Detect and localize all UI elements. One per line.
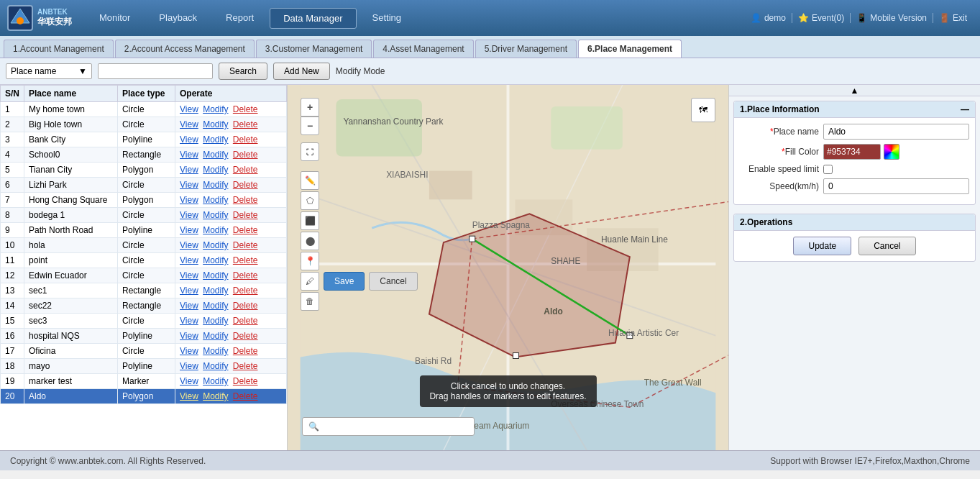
table-row[interactable]: 16 hospital NQS Polyline View Modify Del… xyxy=(1,329,287,344)
modify-link[interactable]: Modify xyxy=(203,331,228,341)
table-row[interactable]: 4 School0 Rectangle View Modify Delete xyxy=(1,147,287,163)
delete-link[interactable]: Delete xyxy=(233,346,258,356)
modify-link[interactable]: Modify xyxy=(203,119,228,129)
map-panel[interactable]: Yannanshan Country Park XIABAISHI Plazza… xyxy=(288,85,728,450)
table-row[interactable]: 20 Aldo Polygon View Modify Delete xyxy=(1,389,287,404)
modify-link[interactable]: Modify xyxy=(203,210,228,220)
delete-link[interactable]: Delete xyxy=(233,270,258,280)
search-button[interactable]: Search xyxy=(219,63,267,80)
tab-driver[interactable]: 5.Driver Management xyxy=(475,40,577,58)
view-link[interactable]: View xyxy=(180,134,198,145)
nav-setting[interactable]: Setting xyxy=(360,8,414,29)
exit-btn[interactable]: 🚪 Exit xyxy=(933,13,973,23)
mobile-version[interactable]: 📱 Mobile Version xyxy=(851,13,933,23)
nav-data-manager[interactable]: Data Manager xyxy=(270,8,356,29)
marker-tool[interactable]: 📍 xyxy=(301,252,319,270)
fullscreen-button[interactable]: ⛶ xyxy=(301,142,319,161)
view-link[interactable]: View xyxy=(180,286,198,296)
view-link[interactable]: View xyxy=(180,150,198,160)
modify-link[interactable]: Modify xyxy=(203,376,228,386)
modify-link[interactable]: Modify xyxy=(203,255,228,265)
view-link[interactable]: View xyxy=(180,391,198,401)
modify-link[interactable]: Modify xyxy=(203,316,228,326)
modify-link[interactable]: Modify xyxy=(203,240,228,250)
rectangle-tool[interactable]: ⬛ xyxy=(301,211,319,230)
delete-link[interactable]: Delete xyxy=(233,331,258,341)
delete-link[interactable]: Delete xyxy=(233,286,258,296)
modify-link[interactable]: Modify xyxy=(203,150,228,160)
color-picker-button[interactable] xyxy=(884,144,899,160)
filter-dropdown[interactable]: Place name ▼ xyxy=(6,63,92,79)
tab-account[interactable]: 1.Account Management xyxy=(4,40,114,58)
table-row[interactable]: 12 Edwin Ecuador Circle View Modify Dele… xyxy=(1,268,287,283)
table-row[interactable]: 8 bodega 1 Circle View Modify Delete xyxy=(1,208,287,223)
view-link[interactable]: View xyxy=(180,361,198,371)
section-collapse-icon[interactable]: — xyxy=(961,104,969,114)
nav-monitor[interactable]: Monitor xyxy=(86,8,143,29)
table-row[interactable]: 6 Lizhi Park Circle View Modify Delete xyxy=(1,178,287,193)
update-button[interactable]: Update xyxy=(793,237,851,255)
table-row[interactable]: 5 Tianan City Polygon View Modify Delete xyxy=(1,163,287,178)
modify-link[interactable]: Modify xyxy=(203,301,228,311)
scroll-up-button[interactable]: ▲ xyxy=(729,85,980,96)
view-link[interactable]: View xyxy=(180,270,198,280)
table-row[interactable]: 14 sec22 Rectangle View Modify Delete xyxy=(1,298,287,314)
delete-link[interactable]: Delete xyxy=(233,150,258,160)
edit-tool[interactable]: 🖊 xyxy=(301,272,319,291)
speed-limit-checkbox[interactable] xyxy=(823,165,833,174)
map-save-button[interactable]: Save xyxy=(324,272,365,291)
delete-link[interactable]: Delete xyxy=(233,119,258,129)
delete-link[interactable]: Delete xyxy=(233,361,258,371)
table-row[interactable]: 1 My home town Circle View Modify Delete xyxy=(1,102,287,117)
view-link[interactable]: View xyxy=(180,240,198,250)
modify-link[interactable]: Modify xyxy=(203,134,228,145)
view-link[interactable]: View xyxy=(180,104,198,114)
circle-tool[interactable]: ⬤ xyxy=(301,232,319,250)
zoom-out-button[interactable]: − xyxy=(301,117,319,135)
modify-link[interactable]: Modify xyxy=(203,225,228,235)
view-link[interactable]: View xyxy=(180,346,198,356)
delete-link[interactable]: Delete xyxy=(233,165,258,175)
nav-playback[interactable]: Playback xyxy=(146,8,210,29)
view-link[interactable]: View xyxy=(180,301,198,311)
polygon-tool[interactable]: ⬠ xyxy=(301,191,319,210)
delete-link[interactable]: Delete xyxy=(233,376,258,386)
modify-link[interactable]: Modify xyxy=(203,346,228,356)
nav-report[interactable]: Report xyxy=(213,8,267,29)
table-row[interactable]: 10 hola Circle View Modify Delete xyxy=(1,238,287,253)
view-link[interactable]: View xyxy=(180,255,198,265)
delete-link[interactable]: Delete xyxy=(233,255,258,265)
view-link[interactable]: View xyxy=(180,225,198,235)
delete-link[interactable]: Delete xyxy=(233,180,258,190)
event-menu[interactable]: ⭐ Event(0) xyxy=(792,13,851,23)
delete-link[interactable]: Delete xyxy=(233,195,258,205)
modify-link[interactable]: Modify xyxy=(203,195,228,205)
delete-link[interactable]: Delete xyxy=(233,134,258,145)
table-wrapper[interactable]: S/N Place name Place type Operate 1 My h… xyxy=(0,85,287,450)
view-link[interactable]: View xyxy=(180,331,198,341)
table-row[interactable]: 11 point Circle View Modify Delete xyxy=(1,253,287,268)
view-link[interactable]: View xyxy=(180,119,198,129)
place-name-input[interactable] xyxy=(823,124,969,140)
tab-account-access[interactable]: 2.Account Access Management xyxy=(115,40,255,58)
table-row[interactable]: 3 Bank City Polyline View Modify Delete xyxy=(1,132,287,147)
delete-link[interactable]: Delete xyxy=(233,391,258,401)
fill-color-input[interactable] xyxy=(823,144,881,160)
map-cancel-button[interactable]: Cancel xyxy=(369,272,417,291)
view-link[interactable]: View xyxy=(180,210,198,220)
view-link[interactable]: View xyxy=(180,165,198,175)
delete-link[interactable]: Delete xyxy=(233,104,258,114)
delete-link[interactable]: Delete xyxy=(233,301,258,311)
table-row[interactable]: 17 Oficina Circle View Modify Delete xyxy=(1,344,287,359)
view-link[interactable]: View xyxy=(180,180,198,190)
user-menu[interactable]: 👤 demo xyxy=(745,13,792,23)
delete-tool[interactable]: 🗑 xyxy=(301,292,319,311)
modify-link[interactable]: Modify xyxy=(203,391,228,401)
add-new-button[interactable]: Add New xyxy=(273,63,330,80)
modify-link[interactable]: Modify xyxy=(203,165,228,175)
map-search-input[interactable] xyxy=(302,417,475,436)
modify-link[interactable]: Modify xyxy=(203,180,228,190)
delete-link[interactable]: Delete xyxy=(233,316,258,326)
view-link[interactable]: View xyxy=(180,316,198,326)
delete-link[interactable]: Delete xyxy=(233,240,258,250)
